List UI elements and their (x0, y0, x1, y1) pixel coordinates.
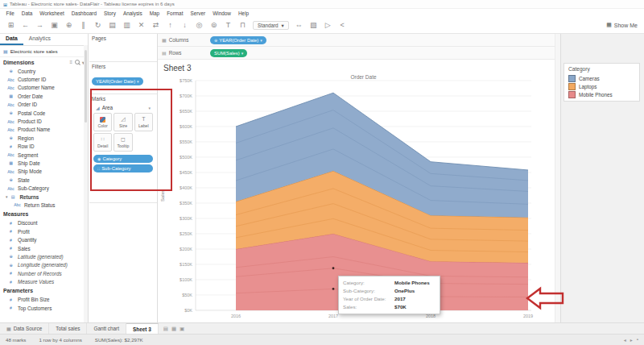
marks-pill-category[interactable]: ◉Category (93, 155, 153, 163)
field-state[interactable]: ⊕State (0, 176, 88, 184)
color-button[interactable]: Color (93, 113, 112, 131)
field-returns[interactable]: ▾▤Returns (0, 193, 88, 201)
tab-data[interactable]: Data (0, 34, 23, 45)
field-discount[interactable]: #Discount (0, 219, 88, 227)
tooltip-button[interactable]: ◻Tooltip (114, 133, 132, 152)
menu-format[interactable]: Format (163, 10, 187, 16)
menu-file[interactable]: File (2, 10, 18, 16)
field-order-date[interactable]: ▦Order Date (0, 92, 88, 100)
sort-descending-icon[interactable]: ↓ (180, 21, 189, 30)
field-number-of-records[interactable]: #Number of Records (0, 269, 88, 277)
menu-help[interactable]: Help (234, 10, 252, 16)
marks-pill-sub-category[interactable]: ∷Sub-Category (93, 164, 153, 172)
redo-icon[interactable]: → (35, 21, 44, 30)
menu-dashboard[interactable]: Dashboard (68, 10, 100, 16)
show-cards-icon[interactable]: ▧ (309, 21, 318, 30)
fit-dropdown[interactable]: Standard▾ (253, 21, 289, 30)
field-profit[interactable]: #Profit (0, 227, 88, 235)
field-country[interactable]: ⊕Country (0, 67, 88, 75)
group-members-icon[interactable]: ⊚ (209, 21, 218, 30)
field-customer-name[interactable]: AbcCustomer Name (0, 84, 88, 92)
highlight-icon[interactable]: ◎ (195, 21, 204, 30)
field-longitude-generated[interactable]: ⊕Longitude (generated) (0, 261, 88, 269)
field-product-id[interactable]: AbcProduct ID (0, 117, 88, 125)
pause-updates-icon[interactable]: ∥ (79, 21, 88, 30)
menu-analysis[interactable]: Analysis (119, 10, 146, 16)
color-legend-card[interactable]: Category CamerasLaptopsMobile Phones (564, 63, 640, 102)
size-button[interactable]: ◿Size (114, 113, 132, 131)
field-ship-mode[interactable]: AbcShip Mode (0, 168, 88, 176)
rows-pill[interactable]: SUM(Sales) ▾ (210, 49, 247, 57)
menu-story[interactable]: Story (101, 10, 120, 16)
field-latitude-generated[interactable]: ⊕Latitude (generated) (0, 252, 88, 260)
rows-shelf[interactable]: ▤ Rows SUM(Sales) ▾ (158, 47, 555, 60)
sort-ascending-icon[interactable]: ↑ (166, 21, 175, 30)
menu-worksheet[interactable]: Worksheet (36, 10, 68, 16)
field-profit-bin-size[interactable]: #Profit Bin Size (0, 296, 88, 304)
legend-item-mobile-phones[interactable]: Mobile Phones (568, 90, 635, 98)
show-me-button[interactable]: ▦Show Me (606, 22, 638, 28)
legend-item-laptops[interactable]: Laptops (568, 82, 635, 90)
field-sub-category[interactable]: AbcSub-Category (0, 184, 88, 192)
add-data-icon[interactable]: ⊕ (64, 21, 73, 30)
sheet-tab-total-sales[interactable]: Total sales (49, 323, 87, 334)
share-icon[interactable]: < (338, 21, 347, 30)
mark-type-dropdown[interactable]: ◢ Area ▾ (93, 104, 153, 111)
new-worksheet-icon[interactable]: ▤ (108, 21, 117, 30)
clear-sheet-icon[interactable]: ✕ (137, 21, 146, 30)
field-customer-id[interactable]: AbcCustomer ID (0, 75, 88, 83)
search-icon[interactable] (75, 60, 80, 64)
undo-icon[interactable]: ← (21, 21, 30, 30)
field-label: Sales (18, 246, 31, 251)
fix-axes-icon[interactable]: ⊓ (238, 21, 247, 30)
highlighted-mark-point[interactable] (332, 267, 335, 269)
menu-server[interactable]: Server (187, 10, 209, 16)
view-options-icon[interactable]: ≡ (69, 60, 72, 64)
sheet-tab-data-source[interactable]: ▦Data Source (0, 323, 49, 334)
field-return-status[interactable]: AbcReturn Status (0, 201, 88, 209)
new-dashboard-icon[interactable]: ▦ (171, 326, 176, 332)
fit-width-icon[interactable]: ⇔ (295, 21, 303, 30)
field-postal-code[interactable]: ⊕Postal Code (0, 109, 88, 117)
field-product-name[interactable]: AbcProduct Name (0, 126, 88, 134)
worksheet-scrollbar[interactable] (555, 34, 560, 322)
menu-data[interactable]: Data (18, 10, 36, 16)
field-sales[interactable]: #Sales (0, 244, 88, 252)
legend-item-cameras[interactable]: Cameras (568, 74, 635, 82)
duplicate-icon[interactable]: ▥ (122, 21, 131, 30)
menu-map[interactable]: Map (146, 10, 163, 16)
run-updates-icon[interactable]: ↻ (93, 21, 102, 30)
columns-shelf[interactable]: ▦ Columns ⊕ YEAR(Order Date) ▾ (158, 34, 555, 47)
show-mark-labels-icon[interactable]: T (224, 21, 233, 30)
pages-card[interactable]: Pages (89, 34, 157, 62)
field-row-id[interactable]: #Row ID (0, 143, 88, 151)
new-worksheet-icon[interactable]: ▤ (163, 326, 168, 332)
new-story-icon[interactable]: ▣ (180, 326, 184, 332)
data-panel-scrollbar[interactable] (84, 45, 88, 322)
columns-pill[interactable]: ⊕ YEAR(Order Date) ▾ (210, 36, 266, 44)
save-icon[interactable]: ▣ (50, 21, 59, 30)
swap-axes-icon[interactable]: ⇄ (151, 21, 160, 30)
status-next-icon[interactable]: ▸ (630, 337, 633, 343)
presentation-mode-icon[interactable]: ▷ (324, 21, 332, 30)
field-measure-values[interactable]: #Measure Values (0, 277, 88, 285)
marks-card[interactable]: Marks ◢ Area ▾ Color◿SizeTLabel ∷Detail◻… (89, 94, 157, 203)
field-top-customers[interactable]: #Top Customers (0, 304, 88, 312)
field-order-id[interactable]: AbcOrder ID (0, 101, 88, 109)
sheet-tab-gantt-chart[interactable]: Gantt chart (87, 323, 126, 334)
tableau-logo-icon[interactable]: ⊞ (6, 21, 15, 30)
datasource-row[interactable]: ▤ Electronic store sales (0, 46, 88, 57)
label-button[interactable]: TLabel (134, 113, 153, 131)
sheet-tab-sheet-3[interactable]: Sheet 3 (126, 323, 159, 334)
tab-analytics[interactable]: Analytics (23, 34, 56, 45)
field-ship-date[interactable]: ▦Ship Date (0, 159, 88, 167)
field-region[interactable]: ⊕Region (0, 134, 88, 142)
filter-pill-year-order-date[interactable]: YEAR(Order Date)▾ (92, 77, 143, 85)
detail-button[interactable]: ∷Detail (93, 133, 112, 152)
status-prev-icon[interactable]: ◂ (624, 337, 626, 343)
field-quantity[interactable]: #Quantity (0, 235, 88, 243)
menu-window[interactable]: Window (209, 10, 235, 16)
field-segment[interactable]: AbcSegment (0, 151, 88, 159)
highlighted-mark-point[interactable] (332, 288, 335, 290)
filters-card[interactable]: Filters YEAR(Order Date)▾ (89, 62, 157, 94)
